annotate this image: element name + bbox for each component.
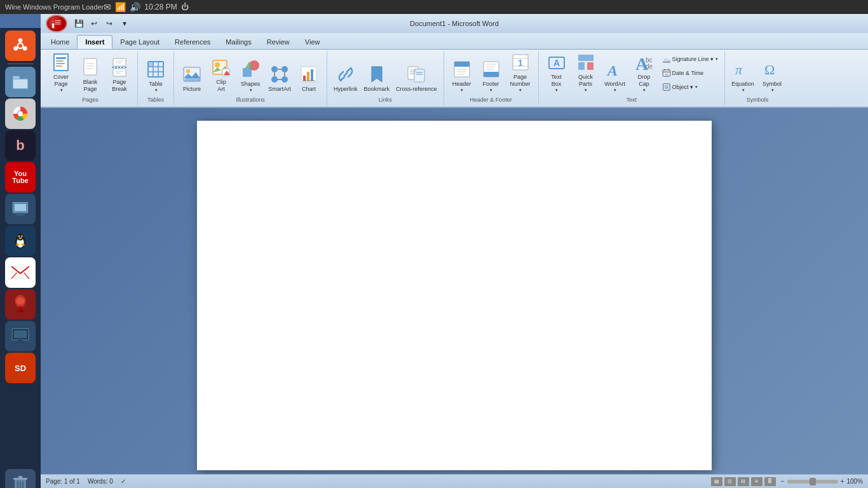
- svg-rect-46: [55, 24, 60, 24]
- dock-files-icon[interactable]: [5, 67, 36, 97]
- ribbon-group-text: A TextBox QuickParts A: [539, 51, 726, 105]
- drop-cap-label: DropCap: [638, 74, 651, 88]
- document-area[interactable]: [41, 108, 868, 474]
- symbol-button[interactable]: Ω Symbol: [758, 52, 786, 94]
- text-group-label: Text: [543, 95, 721, 104]
- svg-point-1: [18, 38, 23, 43]
- svg-marker-93: [372, 67, 382, 82]
- clip-art-button[interactable]: ClipArt: [207, 52, 235, 94]
- svg-point-79: [271, 66, 278, 72]
- blank-page-button[interactable]: BlankPage: [76, 52, 104, 94]
- zoom-out-button[interactable]: −: [781, 478, 785, 485]
- svg-rect-51: [56, 63, 65, 64]
- svg-rect-69: [148, 62, 153, 67]
- fullscreen-button[interactable]: ⊡: [724, 477, 736, 486]
- dock-penguin-icon[interactable]: [5, 226, 36, 256]
- page-break-button[interactable]: PageBreak: [105, 52, 133, 94]
- object-button[interactable]: Object ▾: [660, 81, 721, 93]
- dock-ubuntu-icon[interactable]: [5, 30, 36, 61]
- svg-rect-34: [18, 340, 23, 342]
- svg-point-31: [17, 310, 24, 312]
- svg-rect-117: [578, 55, 593, 61]
- svg-rect-61: [113, 69, 126, 76]
- textbox-button[interactable]: A TextBox: [543, 52, 571, 94]
- wordart-button[interactable]: A WordArt: [601, 52, 629, 94]
- dock-chrome-icon[interactable]: [5, 98, 36, 129]
- date-time-button[interactable]: 15 Date & Time: [660, 67, 721, 79]
- word-window: 💾 ↩ ↪ ▾ Document1 - Microsoft Word Home …: [41, 14, 868, 488]
- svg-rect-45: [55, 22, 60, 22]
- hyperlink-button[interactable]: Hyperlink: [331, 52, 360, 94]
- tab-view[interactable]: View: [297, 35, 328, 49]
- page-number-button[interactable]: 1 PageNumber: [506, 52, 534, 94]
- svg-rect-12: [17, 213, 23, 215]
- dock-display-icon[interactable]: [5, 194, 36, 224]
- dock-wine-icon[interactable]: [5, 289, 36, 320]
- svg-point-22: [19, 238, 22, 240]
- spell-check-icon: ✓: [121, 478, 126, 485]
- svg-point-81: [271, 76, 278, 83]
- svg-rect-76: [243, 68, 252, 77]
- ribbon-group-illustrations: Picture ClipArt Shapes: [174, 51, 327, 105]
- zoom-in-button[interactable]: +: [841, 478, 844, 485]
- svg-rect-95: [414, 69, 424, 82]
- status-right: ▤ ⊡ ⊟ ≡ ≣ − + 100%: [711, 477, 863, 486]
- dock-trash-icon[interactable]: [5, 469, 36, 488]
- svg-text:15: 15: [665, 72, 668, 76]
- outline-button[interactable]: ≡: [751, 477, 763, 486]
- svg-point-10: [18, 111, 23, 116]
- tab-pagelayout[interactable]: Page Layout: [112, 35, 167, 49]
- save-button[interactable]: 💾: [72, 17, 85, 30]
- quick-access-toolbar: 💾 ↩ ↪ ▾ Document1 - Microsoft Word: [41, 14, 868, 33]
- titlebar-controls: ✉ 📶 🔊 10:28 PM ⏻: [104, 2, 188, 12]
- svg-rect-88: [303, 76, 306, 81]
- tab-references[interactable]: References: [167, 35, 218, 49]
- office-button[interactable]: [46, 15, 67, 32]
- drop-cap-button[interactable]: Abcde DropCap: [630, 52, 658, 94]
- illustrations-group-label: Illustrations: [178, 95, 323, 104]
- dock-gmail-icon[interactable]: [5, 257, 36, 288]
- web-layout-button[interactable]: ⊟: [738, 477, 749, 486]
- smartart-button[interactable]: SmartArt: [266, 52, 294, 94]
- cross-reference-button[interactable]: Cross-reference: [393, 52, 440, 94]
- svg-rect-38: [18, 476, 22, 478]
- svg-rect-90: [311, 69, 313, 81]
- chart-button[interactable]: Chart: [295, 52, 323, 94]
- dock-sd-icon[interactable]: SD: [5, 353, 36, 383]
- equation-button[interactable]: π Equation: [729, 52, 757, 94]
- redo-button[interactable]: ↪: [103, 17, 116, 30]
- document-canvas[interactable]: [197, 121, 712, 470]
- table-button[interactable]: Table: [142, 52, 170, 94]
- tab-insert[interactable]: Insert: [77, 35, 112, 49]
- date-time-label: Date & Time: [672, 70, 704, 76]
- footer-button[interactable]: Footer: [477, 52, 505, 94]
- svg-rect-44: [55, 20, 60, 21]
- tab-mailings[interactable]: Mailings: [218, 35, 259, 49]
- wordart-label: WordArt: [604, 81, 625, 88]
- signature-line-button[interactable]: Signature Line ▾: [660, 53, 721, 65]
- print-layout-button[interactable]: ▤: [711, 477, 722, 486]
- dock-youtube-icon[interactable]: YouTube: [5, 162, 36, 193]
- svg-text:1: 1: [518, 58, 523, 68]
- quick-parts-button[interactable]: QuickParts: [572, 52, 600, 94]
- dock-separator: [8, 64, 33, 64]
- draft-button[interactable]: ≣: [764, 477, 776, 486]
- zoom-slider[interactable]: [787, 480, 838, 484]
- picture-button[interactable]: Picture: [178, 52, 206, 94]
- tab-home[interactable]: Home: [43, 35, 77, 49]
- shapes-button[interactable]: Shapes: [236, 52, 264, 94]
- undo-button[interactable]: ↩: [88, 17, 100, 30]
- tab-review[interactable]: Review: [259, 35, 297, 49]
- titlebar-title: Wine Windows Program Loader: [5, 3, 104, 11]
- svg-rect-13: [16, 215, 25, 215]
- page-break-label: PageBreak: [112, 79, 127, 93]
- cover-page-button[interactable]: CoverPage: [47, 52, 75, 94]
- header-button[interactable]: Header: [448, 52, 476, 94]
- dock-beet-icon[interactable]: b: [5, 130, 36, 161]
- dock-monitor2-icon[interactable]: [5, 321, 36, 351]
- bookmark-button[interactable]: Bookmark: [362, 52, 393, 94]
- svg-point-82: [281, 76, 288, 83]
- svg-rect-102: [454, 62, 470, 67]
- svg-rect-49: [56, 57, 66, 59]
- customize-qa-button[interactable]: ▾: [118, 17, 131, 30]
